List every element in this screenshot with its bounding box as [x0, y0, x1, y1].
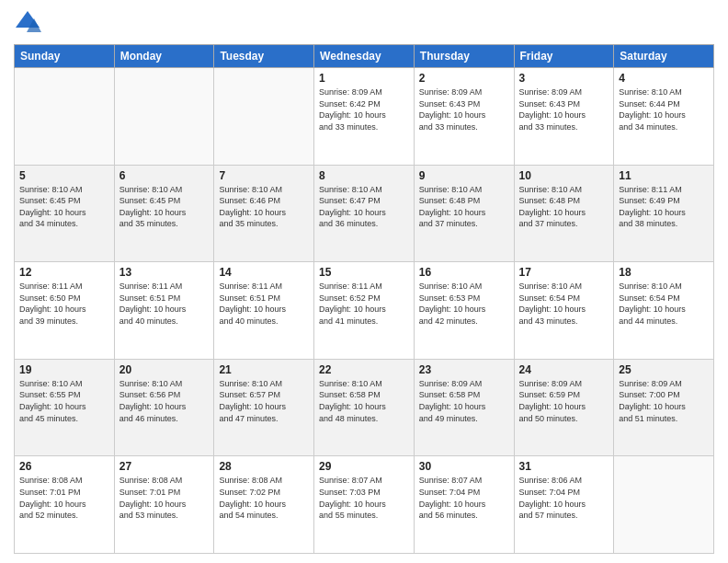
table-row: 28Sunrise: 8:08 AM Sunset: 7:02 PM Dayli…	[214, 456, 314, 554]
day-number: 26	[19, 460, 109, 473]
day-number: 12	[19, 266, 109, 279]
col-friday: Friday	[514, 45, 614, 68]
day-info: Sunrise: 8:11 AM Sunset: 6:49 PM Dayligh…	[619, 184, 709, 230]
col-monday: Monday	[114, 45, 214, 68]
day-info: Sunrise: 8:06 AM Sunset: 7:04 PM Dayligh…	[519, 475, 609, 521]
page: Sunday Monday Tuesday Wednesday Thursday…	[0, 0, 728, 563]
day-info: Sunrise: 8:10 AM Sunset: 6:48 PM Dayligh…	[419, 184, 509, 230]
day-number: 21	[219, 363, 309, 376]
table-row: 14Sunrise: 8:11 AM Sunset: 6:51 PM Dayli…	[214, 262, 314, 360]
day-info: Sunrise: 8:11 AM Sunset: 6:51 PM Dayligh…	[119, 281, 210, 327]
calendar-header-row: Sunday Monday Tuesday Wednesday Thursday…	[15, 45, 714, 68]
day-info: Sunrise: 8:08 AM Sunset: 7:02 PM Dayligh…	[219, 475, 309, 521]
day-info: Sunrise: 8:10 AM Sunset: 6:48 PM Dayligh…	[519, 184, 609, 230]
day-info: Sunrise: 8:09 AM Sunset: 6:43 PM Dayligh…	[519, 86, 609, 132]
table-row: 11Sunrise: 8:11 AM Sunset: 6:49 PM Dayli…	[614, 165, 714, 262]
day-info: Sunrise: 8:10 AM Sunset: 6:46 PM Dayligh…	[219, 184, 309, 230]
table-row: 9Sunrise: 8:10 AM Sunset: 6:48 PM Daylig…	[414, 165, 514, 262]
day-info: Sunrise: 8:10 AM Sunset: 6:44 PM Dayligh…	[619, 86, 709, 132]
table-row: 8Sunrise: 8:10 AM Sunset: 6:47 PM Daylig…	[314, 165, 415, 262]
col-tuesday: Tuesday	[214, 45, 314, 68]
day-number: 8	[319, 169, 409, 182]
table-row	[214, 68, 314, 166]
day-info: Sunrise: 8:10 AM Sunset: 6:54 PM Dayligh…	[619, 281, 709, 327]
day-info: Sunrise: 8:09 AM Sunset: 6:43 PM Dayligh…	[419, 86, 509, 132]
logo-icon	[14, 9, 41, 37]
calendar-week-row: 26Sunrise: 8:08 AM Sunset: 7:01 PM Dayli…	[15, 456, 714, 554]
day-info: Sunrise: 8:09 AM Sunset: 7:00 PM Dayligh…	[619, 378, 709, 424]
table-row	[15, 68, 115, 166]
day-number: 22	[319, 363, 409, 376]
day-info: Sunrise: 8:10 AM Sunset: 6:55 PM Dayligh…	[19, 378, 109, 424]
day-number: 27	[119, 460, 210, 473]
day-info: Sunrise: 8:08 AM Sunset: 7:01 PM Dayligh…	[19, 475, 109, 521]
calendar-week-row: 1Sunrise: 8:09 AM Sunset: 6:42 PM Daylig…	[15, 68, 714, 166]
col-thursday: Thursday	[414, 45, 514, 68]
calendar-week-row: 19Sunrise: 8:10 AM Sunset: 6:55 PM Dayli…	[15, 359, 714, 456]
day-number: 23	[419, 363, 509, 376]
day-number: 1	[319, 72, 409, 85]
day-number: 17	[519, 266, 609, 279]
day-info: Sunrise: 8:11 AM Sunset: 6:51 PM Dayligh…	[219, 281, 309, 327]
table-row: 19Sunrise: 8:10 AM Sunset: 6:55 PM Dayli…	[15, 359, 115, 456]
day-number: 25	[619, 363, 709, 376]
table-row: 24Sunrise: 8:09 AM Sunset: 6:59 PM Dayli…	[514, 359, 614, 456]
day-info: Sunrise: 8:10 AM Sunset: 6:53 PM Dayligh…	[419, 281, 509, 327]
table-row: 20Sunrise: 8:10 AM Sunset: 6:56 PM Dayli…	[114, 359, 214, 456]
table-row: 6Sunrise: 8:10 AM Sunset: 6:45 PM Daylig…	[114, 165, 214, 262]
day-info: Sunrise: 8:10 AM Sunset: 6:45 PM Dayligh…	[119, 184, 210, 230]
day-number: 11	[619, 169, 709, 182]
calendar-week-row: 12Sunrise: 8:11 AM Sunset: 6:50 PM Dayli…	[15, 262, 714, 360]
table-row: 3Sunrise: 8:09 AM Sunset: 6:43 PM Daylig…	[514, 68, 614, 166]
table-row: 1Sunrise: 8:09 AM Sunset: 6:42 PM Daylig…	[314, 68, 415, 166]
day-number: 16	[419, 266, 509, 279]
table-row: 7Sunrise: 8:10 AM Sunset: 6:46 PM Daylig…	[214, 165, 314, 262]
table-row: 10Sunrise: 8:10 AM Sunset: 6:48 PM Dayli…	[514, 165, 614, 262]
table-row: 12Sunrise: 8:11 AM Sunset: 6:50 PM Dayli…	[15, 262, 115, 360]
table-row: 29Sunrise: 8:07 AM Sunset: 7:03 PM Dayli…	[314, 456, 415, 554]
day-number: 9	[419, 169, 509, 182]
table-row: 27Sunrise: 8:08 AM Sunset: 7:01 PM Dayli…	[114, 456, 214, 554]
day-info: Sunrise: 8:09 AM Sunset: 6:42 PM Dayligh…	[319, 86, 409, 132]
table-row: 23Sunrise: 8:09 AM Sunset: 6:58 PM Dayli…	[414, 359, 514, 456]
col-wednesday: Wednesday	[314, 45, 415, 68]
day-info: Sunrise: 8:11 AM Sunset: 6:50 PM Dayligh…	[19, 281, 109, 327]
day-number: 7	[219, 169, 309, 182]
table-row: 31Sunrise: 8:06 AM Sunset: 7:04 PM Dayli…	[514, 456, 614, 554]
table-row: 15Sunrise: 8:11 AM Sunset: 6:52 PM Dayli…	[314, 262, 415, 360]
table-row	[614, 456, 714, 554]
table-row: 25Sunrise: 8:09 AM Sunset: 7:00 PM Dayli…	[614, 359, 714, 456]
day-number: 4	[619, 72, 709, 85]
day-number: 2	[419, 72, 509, 85]
table-row: 21Sunrise: 8:10 AM Sunset: 6:57 PM Dayli…	[214, 359, 314, 456]
day-info: Sunrise: 8:09 AM Sunset: 6:59 PM Dayligh…	[519, 378, 609, 424]
day-number: 19	[19, 363, 109, 376]
logo	[14, 9, 45, 37]
table-row: 2Sunrise: 8:09 AM Sunset: 6:43 PM Daylig…	[414, 68, 514, 166]
table-row: 4Sunrise: 8:10 AM Sunset: 6:44 PM Daylig…	[614, 68, 714, 166]
table-row: 26Sunrise: 8:08 AM Sunset: 7:01 PM Dayli…	[15, 456, 115, 554]
day-number: 18	[619, 266, 709, 279]
table-row: 30Sunrise: 8:07 AM Sunset: 7:04 PM Dayli…	[414, 456, 514, 554]
day-number: 13	[119, 266, 210, 279]
table-row: 17Sunrise: 8:10 AM Sunset: 6:54 PM Dayli…	[514, 262, 614, 360]
header	[14, 9, 714, 37]
table-row: 13Sunrise: 8:11 AM Sunset: 6:51 PM Dayli…	[114, 262, 214, 360]
table-row: 16Sunrise: 8:10 AM Sunset: 6:53 PM Dayli…	[414, 262, 514, 360]
day-number: 31	[519, 460, 609, 473]
day-number: 28	[219, 460, 309, 473]
table-row: 5Sunrise: 8:10 AM Sunset: 6:45 PM Daylig…	[15, 165, 115, 262]
table-row: 22Sunrise: 8:10 AM Sunset: 6:58 PM Dayli…	[314, 359, 415, 456]
day-info: Sunrise: 8:07 AM Sunset: 7:03 PM Dayligh…	[319, 475, 409, 521]
day-number: 30	[419, 460, 509, 473]
day-number: 14	[219, 266, 309, 279]
day-info: Sunrise: 8:10 AM Sunset: 6:58 PM Dayligh…	[319, 378, 409, 424]
day-info: Sunrise: 8:07 AM Sunset: 7:04 PM Dayligh…	[419, 475, 509, 521]
col-saturday: Saturday	[614, 45, 714, 68]
day-info: Sunrise: 8:09 AM Sunset: 6:58 PM Dayligh…	[419, 378, 509, 424]
day-number: 3	[519, 72, 609, 85]
day-info: Sunrise: 8:10 AM Sunset: 6:54 PM Dayligh…	[519, 281, 609, 327]
day-info: Sunrise: 8:10 AM Sunset: 6:57 PM Dayligh…	[219, 378, 309, 424]
day-info: Sunrise: 8:11 AM Sunset: 6:52 PM Dayligh…	[319, 281, 409, 327]
day-number: 29	[319, 460, 409, 473]
